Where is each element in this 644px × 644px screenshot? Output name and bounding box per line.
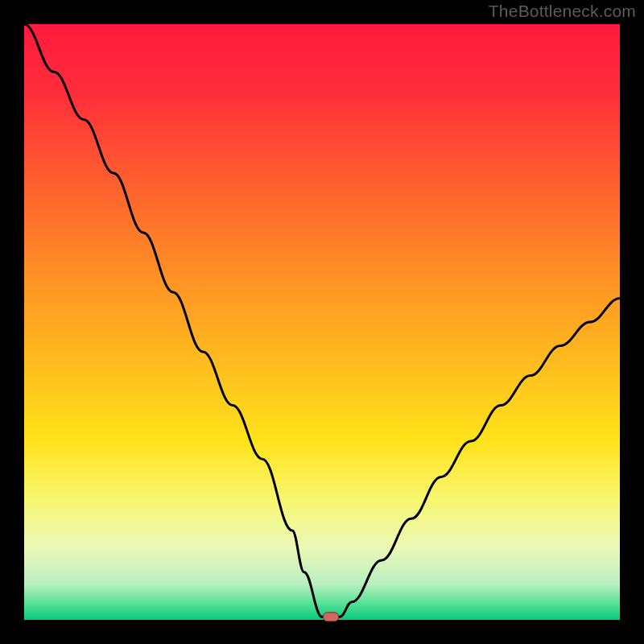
chart-frame: TheBottleneck.com xyxy=(0,0,644,644)
plot-background xyxy=(24,24,620,620)
optimal-marker xyxy=(324,613,339,621)
bottleneck-chart xyxy=(0,0,644,644)
